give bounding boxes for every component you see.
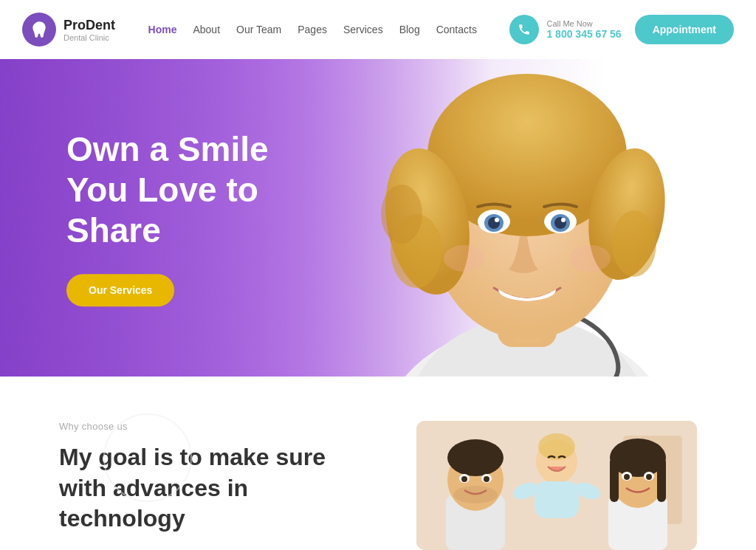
svg-point-17 [495, 218, 499, 222]
main-nav: Home About Our Team Pages Services Blog … [148, 24, 477, 35]
tooth-icon [30, 20, 49, 39]
svg-point-9 [612, 210, 656, 277]
brand-name: ProDent [63, 18, 115, 32]
logo-text: ProDent Dental Clinic [63, 18, 115, 42]
family-image [416, 421, 697, 550]
hero-title: Own a Smile You Love to Share [66, 129, 269, 252]
brand-tagline: Dental Clinic [63, 33, 115, 42]
why-section: Why choose us My goal is to make sure wi… [0, 377, 756, 550]
family-svg [416, 421, 697, 550]
phone-area: Call Me Now 1 800 345 67 56 [509, 15, 621, 44]
our-services-button[interactable]: Our Services [66, 274, 174, 306]
doctor-svg [298, 59, 756, 377]
call-label: Call Me Now [546, 19, 621, 28]
nav-about[interactable]: About [193, 24, 220, 35]
svg-rect-34 [535, 481, 579, 518]
svg-point-26 [447, 439, 504, 476]
svg-point-18 [561, 218, 566, 222]
svg-rect-41 [657, 458, 666, 502]
svg-point-20 [569, 245, 611, 272]
phone-icon-circle [509, 15, 539, 44]
svg-point-29 [461, 476, 467, 482]
why-label: Why choose us [59, 421, 372, 432]
header-right: Call Me Now 1 800 345 67 56 Appointment [509, 15, 734, 44]
svg-point-45 [646, 474, 652, 480]
logo: ProDent Dental Clinic [22, 13, 115, 47]
svg-point-33 [538, 433, 575, 460]
svg-point-30 [484, 476, 489, 482]
phone-text: Call Me Now 1 800 345 67 56 [546, 19, 621, 40]
phone-icon [518, 23, 531, 36]
hero-content: Own a Smile You Love to Share Our Servic… [66, 129, 269, 306]
svg-point-10 [381, 185, 422, 244]
nav-our-team[interactable]: Our Team [236, 24, 281, 35]
phone-number: 1 800 345 67 56 [546, 28, 621, 40]
svg-point-44 [624, 474, 630, 480]
nav-blog[interactable]: Blog [399, 24, 420, 35]
nav-contacts[interactable]: Contacts [436, 24, 477, 35]
nav-home[interactable]: Home [148, 24, 177, 35]
svg-point-19 [444, 245, 485, 272]
why-left: Why choose us My goal is to make sure wi… [59, 421, 372, 534]
svg-rect-40 [610, 458, 619, 502]
nav-services[interactable]: Services [343, 24, 383, 35]
site-header: ProDent Dental Clinic Home About Our Tea… [0, 0, 756, 59]
nav-pages[interactable]: Pages [298, 24, 327, 35]
logo-icon [22, 13, 56, 47]
svg-point-31 [453, 486, 498, 503]
deco-circle [103, 413, 192, 502]
appointment-button[interactable]: Appointment [635, 15, 734, 44]
hero-section: Own a Smile You Love to Share Our Servic… [0, 59, 756, 377]
doctor-image [298, 59, 756, 377]
